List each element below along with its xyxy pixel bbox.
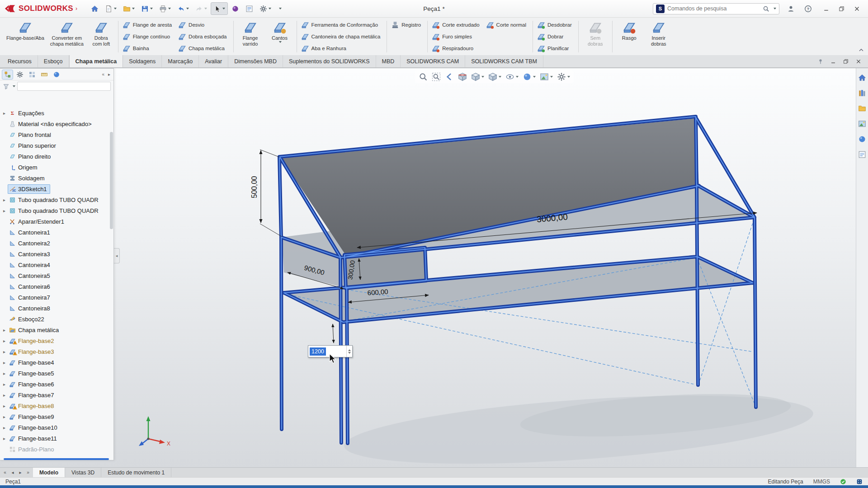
print-button[interactable] bbox=[156, 2, 174, 15]
ribbon-button-cantos[interactable]: Cantos bbox=[266, 19, 294, 54]
last-tab-button[interactable]: » bbox=[25, 470, 31, 475]
ribbon-button-cantoneira-de-chapa-metalica[interactable]: Cantoneira de chapa metálica bbox=[300, 31, 384, 42]
command-tab-mbd[interactable]: MBD bbox=[376, 55, 401, 67]
tree-item-plano-direito[interactable]: Plano direito bbox=[1, 151, 113, 162]
command-tab-solidworks-cam-tbm[interactable]: SOLIDWORKS CAM TBM bbox=[465, 55, 543, 67]
panel-tab-dimxpertmanager[interactable] bbox=[38, 70, 50, 80]
panel-tab-configurationmanager[interactable] bbox=[26, 70, 38, 80]
settings-button[interactable] bbox=[257, 2, 274, 15]
tree-item-content[interactable]: Tubo quadrado TUBO QUADR bbox=[8, 195, 102, 205]
tree-item-flange-base5[interactable]: ▸Flange-base5 bbox=[1, 368, 113, 379]
tree-item-3dsketch1[interactable]: 3D3DSketch1 bbox=[1, 183, 113, 194]
tree-item-plano-frontal[interactable]: Plano frontal bbox=[1, 129, 113, 140]
ribbon-button-converter-em-chapa-metalica[interactable]: Converter emchapa metálica bbox=[48, 19, 86, 54]
tree-item-aparar-estender1[interactable]: Aparar/Estender1 bbox=[1, 216, 113, 227]
tree-item-flange-base3[interactable]: ▸Flange-base3 bbox=[1, 346, 113, 357]
model-tab-estudo-de-movimento-1[interactable]: Estudo de movimento 1 bbox=[101, 468, 171, 477]
view-settings-button[interactable] bbox=[556, 71, 571, 82]
ribbon-button-ferramenta-de-conformacao[interactable]: Ferramenta de Conformação bbox=[300, 19, 384, 30]
tree-item-cantoneira3[interactable]: Cantoneira3 bbox=[1, 249, 113, 259]
ribbon-button-sem-dobras[interactable]: Semdobras bbox=[581, 19, 609, 54]
tree-item-content[interactable]: Soldagem bbox=[8, 174, 48, 183]
tree-item-tubo-quadrado-tubo-quadr[interactable]: ▸Tubo quadrado TUBO QUADR bbox=[1, 194, 113, 205]
ribbon-button-aba-e-ranhura[interactable]: Aba e Ranhura bbox=[300, 42, 384, 54]
funnel-icon[interactable] bbox=[3, 83, 9, 90]
tree-item-cantoneira4[interactable]: Cantoneira4 bbox=[1, 259, 113, 270]
command-search[interactable]: S bbox=[653, 3, 779, 14]
first-tab-button[interactable]: « bbox=[2, 470, 8, 475]
zoom-area-button[interactable] bbox=[431, 71, 442, 82]
command-tab-avaliar[interactable]: Avaliar bbox=[199, 55, 228, 67]
command-tab-chapa-metalica[interactable]: Chapa metálica bbox=[69, 55, 123, 67]
tree-expand-icon[interactable]: ▸ bbox=[1, 436, 8, 441]
tree-item-content[interactable]: Flange-base10 bbox=[8, 423, 61, 432]
command-tab-suplementos-do-solidworks[interactable]: Suplementos do SOLIDWORKS bbox=[283, 55, 376, 67]
model-viewport[interactable]: 500,00 3000,00 900,00 300,00 600,00 bbox=[122, 68, 855, 467]
tree-item-cantoneira7[interactable]: Cantoneira7 bbox=[1, 292, 113, 303]
ribbon-button-dobrar[interactable]: Dobrar bbox=[536, 31, 576, 42]
file-explorer-button[interactable] bbox=[857, 103, 867, 113]
tree-item-content[interactable]: Flange-base8 bbox=[8, 401, 57, 411]
ribbon-button-flange-continuo[interactable]: Flange contínuo bbox=[121, 31, 175, 42]
dimension-spinner[interactable] bbox=[346, 346, 351, 357]
ribbon-button-desvio[interactable]: Desvio bbox=[177, 19, 230, 30]
tree-item-content[interactable]: Aparar/Estender1 bbox=[8, 217, 67, 226]
tree-item-material-nao-especificado[interactable]: Material <não especificado> bbox=[1, 118, 113, 129]
tree-item-content[interactable]: Flange-base7 bbox=[8, 390, 57, 400]
tree-expand-icon[interactable]: ▸ bbox=[1, 111, 8, 116]
tree-item-content[interactable]: Flange-base9 bbox=[8, 412, 57, 422]
ribbon-button-inserir-dobras[interactable]: Inserirdobras bbox=[645, 19, 673, 54]
apply-scene-button[interactable] bbox=[539, 71, 554, 82]
command-tab-solidworks-cam[interactable]: SOLIDWORKS CAM bbox=[401, 55, 465, 67]
help-button[interactable]: ? bbox=[802, 3, 814, 14]
ribbon-button-respiradouro[interactable]: Respiradouro bbox=[430, 42, 483, 54]
tree-item-content[interactable]: Cantoneira7 bbox=[8, 293, 53, 302]
tree-item-content[interactable]: Cantoneira1 bbox=[8, 228, 53, 237]
search-icon[interactable] bbox=[763, 5, 769, 12]
graphics-area[interactable]: 500,00 3000,00 900,00 300,00 600,00 bbox=[0, 68, 868, 467]
select-cursor-button[interactable] bbox=[211, 2, 228, 15]
tree-item-esboco22[interactable]: Esboço22 bbox=[1, 314, 113, 324]
tree-expand-icon[interactable]: ▸ bbox=[1, 349, 8, 354]
tree-expand-icon[interactable]: ▸ bbox=[1, 404, 8, 408]
ribbon-button-bainha[interactable]: Bainha bbox=[121, 42, 175, 54]
edit-appearance-button[interactable] bbox=[522, 71, 537, 82]
tree-item-content[interactable]: Material <não especificado> bbox=[8, 119, 95, 129]
redo-button[interactable] bbox=[193, 2, 210, 15]
tree-item-content[interactable]: Cantoneira5 bbox=[8, 271, 53, 281]
model-tab-vistas-3d[interactable]: Vistas 3D bbox=[65, 468, 101, 477]
model-tab-modelo[interactable]: Modelo bbox=[33, 468, 65, 477]
command-tab-soldagens[interactable]: Soldagens bbox=[123, 55, 162, 67]
restore-button[interactable] bbox=[835, 3, 848, 14]
tree-item-content[interactable]: Plano direito bbox=[8, 152, 54, 161]
command-tab-recursos[interactable]: Recursos bbox=[2, 55, 38, 67]
next-tab-button[interactable]: ▸ bbox=[17, 470, 24, 475]
tree-item-flange-base9[interactable]: ▸Flange-base9 bbox=[1, 411, 113, 422]
tree-item-content[interactable]: Flange-base6 bbox=[8, 380, 57, 389]
tree-expand-icon[interactable]: ▸ bbox=[1, 197, 8, 202]
display-style-button[interactable] bbox=[487, 71, 502, 82]
tree-item-content[interactable]: Flange-base4 bbox=[8, 358, 57, 367]
tree-item-content[interactable]: Cantoneira8 bbox=[8, 304, 53, 313]
tree-item-flange-base8[interactable]: ▸Flange-base8 bbox=[1, 400, 113, 411]
tree-item-cantoneira2[interactable]: Cantoneira2 bbox=[1, 238, 113, 249]
ribbon-button-corte-extrudado[interactable]: Corte extrudado bbox=[430, 19, 483, 30]
new-document-button[interactable] bbox=[102, 2, 119, 15]
tree-item-cantoneira1[interactable]: Cantoneira1 bbox=[1, 227, 113, 238]
tree-item-cantoneira5[interactable]: Cantoneira5 bbox=[1, 270, 113, 281]
tree-item-content[interactable]: Chapa metálica bbox=[8, 325, 62, 335]
panel-tab-featuremanager-tree[interactable] bbox=[2, 70, 13, 80]
brand-menu-caret-icon[interactable]: › bbox=[75, 5, 77, 12]
tree-item-content[interactable]: Cantoneira2 bbox=[8, 239, 53, 248]
ribbon-button-flange-de-aresta[interactable]: Flange de aresta bbox=[121, 19, 175, 30]
undo-button[interactable] bbox=[175, 2, 192, 15]
minimize-document-button[interactable] bbox=[829, 57, 837, 66]
tree-item-chapa-metalica[interactable]: ▸Chapa metálica bbox=[1, 324, 113, 335]
tree-item-origem[interactable]: Origem bbox=[1, 162, 113, 173]
status-unit-system[interactable]: MMGS bbox=[813, 479, 830, 485]
save-button[interactable] bbox=[138, 2, 156, 15]
toolbar-options-button[interactable] bbox=[275, 2, 284, 15]
panel-tabs-overflow-button[interactable]: « bbox=[100, 72, 106, 77]
tree-item-content[interactable]: Esboço22 bbox=[8, 314, 47, 324]
restore-document-button[interactable] bbox=[842, 57, 850, 66]
